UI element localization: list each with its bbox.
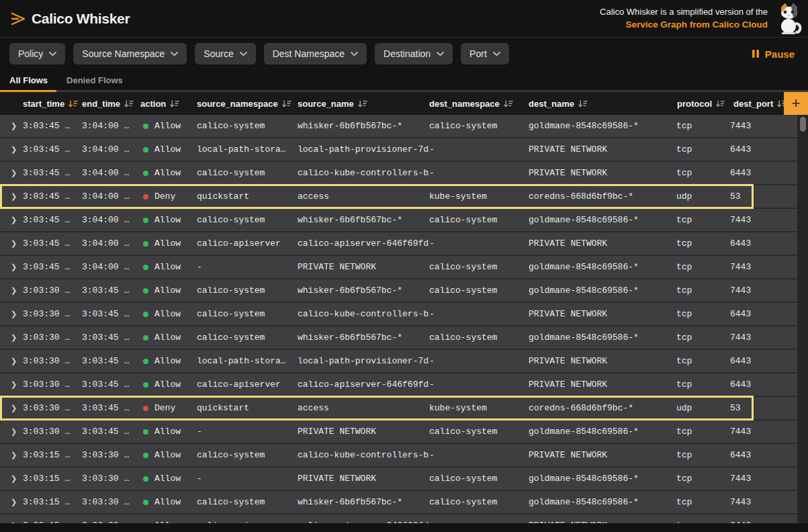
cell-source_name: local-path-provisioner-7d…	[298, 144, 429, 154]
expand-caret-icon[interactable]: ❯	[0, 310, 23, 318]
table-row[interactable]: ❯3:03:30 …3:03:45 …Denyquickstartaccessk…	[0, 397, 797, 420]
cell-dest_namespace: calico-system	[429, 285, 529, 296]
add-column-button[interactable]: +	[784, 92, 808, 115]
cell-start_time: 3:03:15 …	[23, 521, 82, 523]
column-header-source_namespace[interactable]: source_namespace	[197, 99, 298, 109]
filter-destination-dropdown[interactable]: Destination	[375, 43, 453, 64]
expand-caret-icon[interactable]: ❯	[0, 239, 23, 248]
table-row[interactable]: ❯3:03:45 …3:04:00 …Allowcalico-apiserver…	[0, 232, 797, 256]
column-header-start_time[interactable]: start_time	[23, 99, 82, 109]
cell-dest_port: 6443	[725, 521, 789, 523]
expand-caret-icon[interactable]: ❯	[0, 521, 23, 523]
expand-caret-icon[interactable]: ❯	[0, 498, 23, 506]
cell-action: Allow	[140, 238, 197, 249]
cell-source_name: PRIVATE NETWORK	[298, 262, 429, 272]
expand-caret-icon[interactable]: ❯	[0, 357, 23, 365]
pause-button[interactable]: Pause	[752, 48, 795, 60]
sort-icon	[578, 100, 588, 107]
cell-source_name: whisker-6b6fb567bc-*	[298, 332, 429, 343]
cell-source_namespace: calico-system	[197, 215, 298, 225]
expand-caret-icon[interactable]: ❯	[0, 333, 23, 342]
column-header-dest_port[interactable]: dest_port	[725, 99, 789, 109]
filter-source-dropdown[interactable]: Source	[195, 43, 255, 64]
expand-caret-icon[interactable]: ❯	[0, 286, 23, 295]
table-row[interactable]: ❯3:03:45 …3:04:00 …Allow-PRIVATE NETWORK…	[0, 256, 797, 279]
cell-action: Allow	[140, 474, 197, 484]
table-row[interactable]: ❯3:03:45 …3:04:00 …Allowlocal-path-stora…	[0, 138, 797, 162]
column-header-dest_namespace[interactable]: dest_namespace	[429, 99, 529, 109]
table-row[interactable]: ❯3:03:30 …3:03:45 …Allowlocal-path-stora…	[0, 350, 797, 373]
cell-dest_namespace: calico-system	[429, 474, 529, 484]
tab-denied-flows[interactable]: Denied Flows	[66, 75, 123, 85]
column-header-dest_name[interactable]: dest_name	[529, 99, 668, 109]
expand-caret-icon[interactable]: ❯	[0, 192, 23, 201]
sort-icon	[170, 100, 179, 107]
expand-caret-icon[interactable]: ❯	[0, 451, 23, 459]
cell-source_namespace: -	[197, 427, 298, 437]
allow-status-dot	[143, 218, 148, 223]
column-header-action[interactable]: action	[140, 99, 197, 109]
column-header-end_time[interactable]: end_time	[82, 99, 140, 109]
cell-dest_namespace: kube-system	[429, 191, 529, 202]
scrollbar-track[interactable]	[797, 115, 808, 523]
cell-dest_name: PRIVATE NETWORK	[529, 144, 668, 154]
filter-dest-namespace-dropdown[interactable]: Dest Namespace	[264, 43, 367, 64]
table-row[interactable]: ❯3:03:30 …3:03:45 …Allowcalico-apiserver…	[0, 373, 797, 397]
expand-caret-icon[interactable]: ❯	[0, 474, 23, 483]
expand-caret-icon[interactable]: ❯	[0, 145, 23, 154]
table-row[interactable]: ❯3:03:45 …3:04:00 …Allowcalico-systemwhi…	[0, 209, 797, 232]
cell-source_namespace: calico-apiserver	[197, 380, 298, 390]
cell-dest_namespace: calico-system	[429, 427, 529, 437]
cell-action: Allow	[140, 427, 197, 437]
table-row[interactable]: ❯3:03:15 …3:03:30 …Allowcalico-apiserver…	[0, 515, 797, 523]
cell-source_namespace: calico-apiserver	[197, 238, 298, 249]
cell-end_time: 3:03:45 …	[82, 427, 140, 437]
sort-icon	[282, 100, 291, 107]
cell-start_time: 3:03:30 …	[23, 332, 82, 343]
tab-all-flows[interactable]: All Flows	[9, 75, 48, 85]
table-row[interactable]: ❯3:03:15 …3:03:30 …Allowcalico-systemcal…	[0, 444, 797, 468]
column-header-protocol[interactable]: protocol	[668, 99, 725, 109]
expand-caret-icon[interactable]: ❯	[0, 216, 23, 224]
cell-source_namespace: local-path-stora…	[197, 144, 298, 154]
cell-dest_name: goldmane-8548c69586-*	[529, 285, 668, 296]
cell-action: Allow	[140, 285, 197, 296]
cell-dest_name: goldmane-8548c69586-*	[529, 427, 668, 437]
expand-caret-icon[interactable]: ❯	[0, 404, 23, 412]
expand-caret-icon[interactable]: ❯	[0, 380, 23, 389]
top-bar: Calico Whisker Calico Whisker is a simpl…	[0, 0, 808, 38]
cell-dest_name: goldmane-8548c69586-*	[529, 474, 668, 484]
table-row[interactable]: ❯3:03:45 …3:04:00 …Allowcalico-systemwhi…	[0, 115, 797, 138]
table-row[interactable]: ❯3:03:30 …3:03:45 …Allowcalico-systemwhi…	[0, 279, 797, 303]
cell-dest_name: PRIVATE NETWORK	[529, 380, 668, 390]
column-header-label: end_time	[82, 99, 120, 109]
service-graph-link[interactable]: Service Graph from Calico Cloud	[600, 18, 768, 32]
table-row[interactable]: ❯3:03:30 …3:03:45 …Allowcalico-systemcal…	[0, 303, 797, 326]
table-row[interactable]: ❯3:03:45 …3:04:00 …Denyquickstartaccessk…	[0, 185, 797, 209]
pause-icon	[752, 49, 760, 58]
expand-caret-icon[interactable]: ❯	[0, 263, 23, 271]
cell-start_time: 3:03:45 …	[23, 191, 82, 202]
cell-end_time: 3:03:45 …	[82, 403, 140, 413]
allow-status-dot	[143, 335, 148, 341]
table-row[interactable]: ❯3:03:45 …3:04:00 …Allowcalico-systemcal…	[0, 162, 797, 185]
filter-policy-dropdown[interactable]: Policy	[9, 43, 65, 64]
table-row[interactable]: ❯3:03:30 …3:03:45 …Allow-PRIVATE NETWORK…	[0, 420, 797, 444]
cell-dest_name: goldmane-8548c69586-*	[529, 121, 668, 131]
cell-source_name: calico-kube-controllers-b…	[298, 168, 429, 178]
cell-source_namespace: calico-system	[197, 450, 298, 460]
filter-source-namespace-dropdown[interactable]: Source Namespace	[73, 43, 187, 64]
expand-caret-icon[interactable]: ❯	[0, 169, 23, 177]
filter-port-dropdown[interactable]: Port	[461, 43, 509, 64]
cell-dest_port: 7443	[725, 262, 789, 272]
table-row[interactable]: ❯3:03:30 …3:03:45 …Allowcalico-systemwhi…	[0, 326, 797, 350]
cell-start_time: 3:03:45 …	[23, 262, 82, 272]
table-row[interactable]: ❯3:03:15 …3:03:30 …Allowcalico-systemwhi…	[0, 491, 797, 515]
cell-dest_name: goldmane-8548c69586-*	[529, 497, 668, 507]
column-header-source_name[interactable]: source_name	[298, 99, 429, 109]
expand-caret-icon[interactable]: ❯	[0, 427, 23, 436]
table-row[interactable]: ❯3:03:15 …3:03:30 …Allow-PRIVATE NETWORK…	[0, 468, 797, 491]
expand-caret-icon[interactable]: ❯	[0, 122, 23, 130]
action-label: Allow	[154, 521, 181, 523]
scrollbar-thumb[interactable]	[800, 117, 806, 132]
